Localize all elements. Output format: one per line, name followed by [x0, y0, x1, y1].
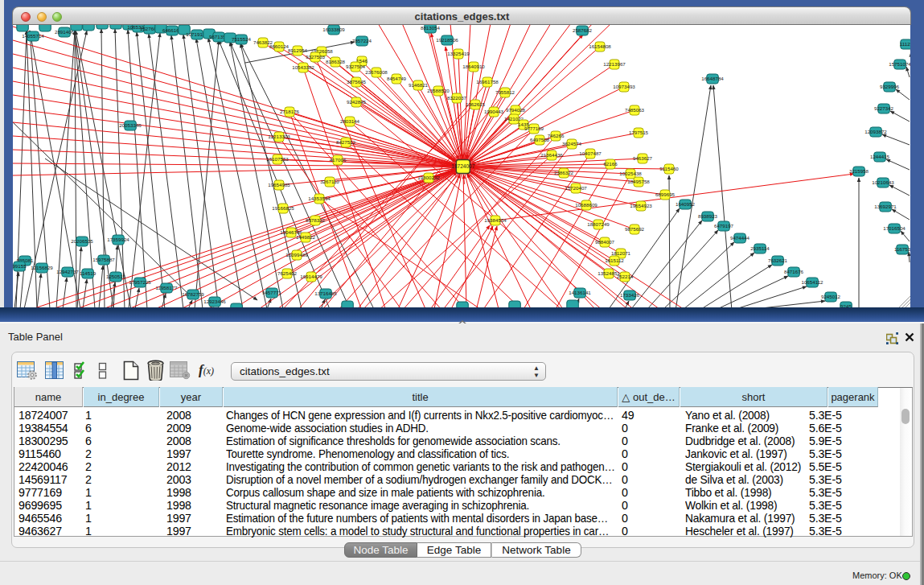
svg-text:9794028: 9794028 [506, 107, 526, 113]
svg-text:16033809: 16033809 [322, 27, 345, 32]
svg-text:6899695: 6899695 [655, 192, 676, 197]
svg-text:9884007: 9884007 [595, 239, 615, 245]
svg-text:3267110: 3267110 [320, 179, 339, 184]
svg-text:16107553: 16107553 [266, 156, 289, 162]
svg-text:1449822: 1449822 [296, 234, 316, 240]
svg-text:10688609: 10688609 [575, 202, 598, 208]
svg-text:23588520: 23588520 [427, 88, 450, 93]
svg-text:9227342: 9227342 [874, 105, 894, 111]
svg-text:12923446: 12923446 [203, 299, 226, 304]
svg-text:10654112: 10654112 [801, 279, 823, 285]
svg-text:12213303: 12213303 [268, 134, 290, 139]
svg-text:7955812: 7955812 [495, 89, 515, 95]
svg-text:16154808: 16154808 [589, 43, 611, 49]
svg-text:20053346: 20053346 [119, 122, 142, 128]
svg-text:2718176: 2718176 [280, 109, 300, 114]
svg-text:1244415: 1244415 [870, 154, 890, 159]
svg-text:99155: 99155 [13, 263, 27, 269]
svg-text:3624574: 3624574 [562, 141, 582, 146]
svg-text:8454749: 8454749 [387, 76, 407, 81]
svg-text:9329996: 9329996 [880, 84, 900, 89]
svg-text:11958177: 11958177 [155, 285, 178, 290]
svg-text:7515524: 7515524 [232, 36, 252, 42]
svg-text:18724007: 18724007 [451, 163, 474, 169]
svg-text:19166825: 19166825 [272, 205, 294, 211]
svg-text:252214: 252214 [617, 274, 634, 279]
svg-text:9242845: 9242845 [347, 99, 367, 105]
svg-text:19654985: 19654985 [268, 182, 290, 187]
svg-text:3875645: 3875645 [347, 79, 367, 84]
svg-text:15975887: 15975887 [92, 257, 115, 262]
svg-text:1797515: 1797515 [629, 130, 649, 135]
svg-text:6479197: 6479197 [714, 223, 734, 229]
svg-text:14055714: 14055714 [22, 33, 44, 39]
svg-text:19654923: 19654923 [630, 203, 652, 208]
svg-text:9463627: 9463627 [633, 155, 653, 161]
svg-text:62166: 62166 [603, 161, 618, 167]
svg-text:12942737: 12942737 [56, 269, 79, 274]
svg-text:9245012: 9245012 [821, 294, 841, 299]
svg-text:7632621: 7632621 [768, 257, 788, 263]
svg-text:8912954: 8912954 [288, 47, 308, 53]
svg-text:114519: 114519 [80, 270, 97, 276]
svg-text:8813054: 8813054 [421, 25, 441, 31]
svg-text:8322037: 8322037 [447, 95, 467, 101]
svg-text:18495758: 18495758 [627, 179, 650, 184]
svg-text:11125: 11125 [900, 41, 910, 47]
svg-text:19384554: 19384554 [484, 217, 507, 223]
svg-text:17016504: 17016504 [883, 225, 906, 231]
svg-text:16782759: 16782759 [182, 291, 204, 297]
svg-text:21364436: 21364436 [540, 152, 563, 158]
svg-text:1640952: 1640952 [676, 201, 696, 207]
svg-text:8938923: 8938923 [698, 213, 718, 219]
svg-text:9327503: 9327503 [306, 54, 326, 60]
svg-text:2803144: 2803144 [340, 118, 360, 124]
svg-text:16648784: 16648784 [701, 76, 724, 81]
svg-text:6497508: 6497508 [530, 137, 550, 142]
svg-text:17359924: 17359924 [107, 237, 129, 242]
svg-text:10025438: 10025438 [619, 171, 642, 176]
svg-text:2935114: 2935114 [750, 245, 770, 251]
svg-text:9327504: 9327504 [346, 64, 366, 69]
svg-text:20206535: 20206535 [71, 238, 93, 244]
svg-text:9777169: 9777169 [524, 126, 544, 131]
svg-text:8427512: 8427512 [336, 139, 356, 145]
svg-text:3215958: 3215958 [849, 168, 869, 174]
svg-text:9115460: 9115460 [659, 166, 679, 171]
svg-text:9146821: 9146821 [409, 82, 429, 88]
svg-text:16914479: 16914479 [300, 274, 322, 279]
svg-text:8471676: 8471676 [784, 269, 804, 274]
svg-text:10973493: 10973493 [613, 84, 635, 89]
svg-text:1812071: 1812071 [611, 250, 631, 256]
svg-text:2386322: 2386322 [554, 170, 574, 175]
svg-text:12156829: 12156829 [31, 265, 53, 270]
svg-text:116753: 116753 [894, 246, 910, 252]
svg-text:16961758: 16961758 [476, 79, 499, 84]
svg-text:9457771: 9457771 [262, 290, 282, 295]
svg-text:1615112: 1615112 [605, 257, 624, 263]
svg-text:15751074: 15751074 [889, 61, 910, 67]
svg-text:10543382: 10543382 [292, 64, 314, 70]
svg-text:1250515: 1250515 [106, 274, 126, 279]
svg-text:9875692: 9875692 [625, 226, 645, 232]
svg-text:19300232: 19300232 [417, 175, 440, 180]
svg-text:10210643: 10210643 [872, 179, 894, 185]
svg-text:18807249: 18807249 [587, 221, 610, 227]
svg-text:7485063: 7485063 [625, 107, 645, 113]
svg-text:16099489: 16099489 [285, 252, 308, 257]
svg-text:8578332: 8578332 [306, 217, 326, 223]
svg-text:14353594: 14353594 [308, 196, 331, 201]
svg-text:12213967: 12213967 [603, 61, 626, 67]
svg-text:1733426: 1733426 [620, 292, 640, 298]
svg-text:8186328: 8186328 [326, 59, 346, 64]
svg-text:14136141: 14136141 [569, 290, 591, 295]
svg-text:2587682: 2587682 [573, 27, 593, 33]
svg-text:1362615: 1362615 [466, 101, 486, 107]
svg-text:9474444: 9474444 [730, 235, 750, 241]
svg-text:13325419: 13325419 [447, 51, 470, 56]
svg-text:13716485: 13716485 [314, 290, 337, 296]
svg-text:417006: 417006 [330, 157, 347, 163]
svg-text:15720407: 15720407 [565, 185, 587, 191]
svg-text:17957225: 17957225 [129, 279, 151, 285]
svg-text:19218506: 19218506 [436, 37, 458, 43]
